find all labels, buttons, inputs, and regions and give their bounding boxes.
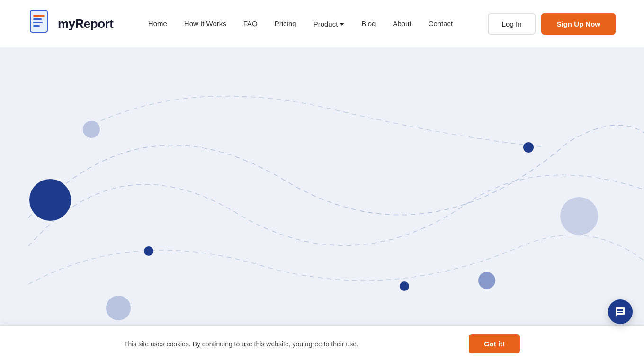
nav-actions: Log In Sign Up Now — [488, 13, 616, 35]
nav-blog[interactable]: Blog — [361, 19, 376, 27]
logo-icon — [28, 9, 53, 38]
chat-icon — [615, 306, 626, 317]
navigation: myReport Home How It Works FAQ Pricing P… — [0, 0, 644, 47]
login-button[interactable]: Log In — [488, 13, 536, 35]
decorative-circle-small-top-left — [83, 121, 100, 138]
decorative-circle-large-right — [560, 197, 598, 235]
decorative-circle-large-left — [29, 179, 71, 221]
cookie-accept-button[interactable]: Got it! — [469, 334, 520, 349]
decorative-circle-medium-mid-right — [478, 272, 495, 289]
chat-bubble-button[interactable] — [608, 299, 633, 324]
nav-faq[interactable]: FAQ — [243, 19, 258, 27]
logo-text: myReport — [58, 17, 113, 31]
cookie-message: This site uses cookies. By continuing to… — [124, 340, 456, 348]
decorative-circle-small-center — [400, 281, 409, 291]
logo-link[interactable]: myReport — [28, 9, 113, 38]
nav-home[interactable]: Home — [148, 19, 167, 27]
nav-how-it-works[interactable]: How It Works — [184, 19, 226, 27]
cookie-banner: This site uses cookies. By continuing to… — [0, 325, 644, 349]
signup-button[interactable]: Sign Up Now — [541, 13, 616, 35]
svg-rect-1 — [33, 15, 45, 17]
decorative-circle-medium-bottom-left — [106, 296, 131, 320]
svg-rect-3 — [33, 22, 43, 23]
hero-background-lines — [0, 47, 644, 349]
chevron-down-icon — [340, 23, 344, 26]
decorative-circle-small-top-right — [523, 142, 534, 153]
decorative-circle-small-mid-left — [144, 246, 153, 256]
svg-rect-2 — [33, 18, 42, 20]
nav-links: Home How It Works FAQ Pricing Product Bl… — [148, 19, 453, 28]
hero-section — [0, 47, 644, 349]
nav-contact[interactable]: Contact — [429, 19, 453, 27]
nav-product[interactable]: Product — [313, 20, 345, 28]
svg-rect-0 — [30, 10, 47, 32]
svg-rect-4 — [33, 25, 40, 27]
nav-about[interactable]: About — [393, 19, 411, 27]
nav-pricing[interactable]: Pricing — [275, 19, 296, 27]
